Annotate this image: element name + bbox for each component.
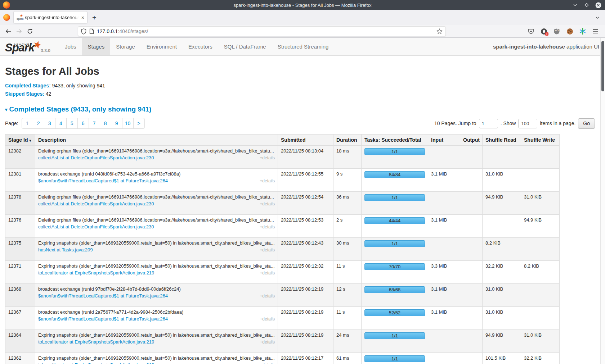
nav-tab-environment[interactable]: Environment	[141, 38, 183, 55]
scrollbar-thumb[interactable]	[601, 41, 604, 91]
page-next-button[interactable]: >	[133, 118, 145, 129]
reload-button[interactable]	[24, 26, 35, 36]
skipped-stages-link[interactable]: Skipped Stages:	[5, 91, 44, 97]
tab-close-icon[interactable]: ×	[81, 15, 84, 20]
details-toggle[interactable]: +details	[260, 155, 275, 160]
page-button-9[interactable]: 9	[111, 118, 122, 129]
page-button-1[interactable]: 1	[22, 118, 33, 129]
menu-icon[interactable]	[592, 28, 599, 35]
table-row: 12371 Expiring snapshots (older_than=166…	[5, 261, 560, 284]
url-bar[interactable]: 127.0.0.1:4040/stages/	[78, 26, 446, 36]
new-tab-button[interactable]: +	[92, 14, 97, 21]
application-suffix: application UI	[565, 44, 599, 50]
browser-tab[interactable]: spark★ spark-ingest-into-lakehous ×	[14, 12, 87, 23]
ublock-origin-icon[interactable]: uO	[553, 28, 560, 35]
details-toggle[interactable]: +details	[260, 294, 275, 299]
output-cell	[460, 330, 483, 353]
details-toggle[interactable]: +details	[260, 224, 275, 229]
stage-detail-link[interactable]: hasNext at Tasks.java:209	[38, 247, 93, 252]
spark-logo[interactable]: APACHE Spark ★ 3.3.0	[0, 38, 55, 55]
details-toggle[interactable]: +details	[260, 363, 275, 364]
nav-tab-stages[interactable]: Stages	[82, 38, 111, 55]
spark-favicon-icon: spark★	[17, 15, 22, 21]
page-button-3[interactable]: 3	[44, 118, 55, 129]
header-shuffle-read[interactable]: Shuffle Read	[483, 135, 521, 146]
nav-tab-storage[interactable]: Storage	[110, 38, 141, 55]
submitted-cell: 2022/11/25 08:12:17	[278, 353, 333, 364]
page-button-2[interactable]: 2	[33, 118, 44, 129]
back-button[interactable]	[3, 26, 14, 36]
stage-detail-link[interactable]: collectAsList at DeleteOrphanFilesSparkA…	[38, 155, 154, 160]
maximize-button[interactable]	[583, 2, 590, 8]
stage-detail-link[interactable]: collectAsList at DeleteOrphanFilesSparkA…	[38, 201, 154, 206]
go-button[interactable]: Go	[578, 118, 595, 129]
page-button-7[interactable]: 7	[89, 118, 100, 129]
header-duration[interactable]: Duration	[333, 135, 362, 146]
apache-label: APACHE	[14, 43, 30, 46]
nav-tab-sql-dataframe[interactable]: SQL / DataFrame	[218, 38, 272, 55]
header-description[interactable]: Description	[35, 135, 278, 146]
stage-description: broadcast exchange (runId 048fd06f-d753-…	[38, 171, 275, 177]
duration-cell: 36 ms	[333, 192, 362, 215]
header-input[interactable]: Input	[428, 135, 460, 146]
header-tasks[interactable]: Tasks: Succeeded/Total	[362, 135, 428, 146]
duration-cell: 11 s	[333, 307, 362, 330]
collapse-arrow-icon: ▾	[5, 107, 8, 112]
list-all-tabs-icon[interactable]	[595, 15, 600, 20]
minimize-button[interactable]	[572, 2, 578, 8]
details-toggle[interactable]: +details	[260, 317, 275, 322]
task-progress-bar: 1/1	[364, 194, 425, 201]
bookmark-star-icon[interactable]	[436, 28, 443, 35]
nav-tab-jobs[interactable]: Jobs	[59, 38, 82, 55]
stages-table: Stage Id▾ Description Submitted Duration…	[5, 134, 560, 364]
description-cell: Expiring snapshots (older_than=166932055…	[35, 353, 278, 364]
jump-to-page-input[interactable]	[479, 119, 498, 128]
close-button[interactable]	[595, 2, 601, 8]
privacy-badger-icon[interactable]: ×	[540, 28, 547, 35]
header-submitted[interactable]: Submitted	[278, 135, 333, 146]
page-scrollbar[interactable]	[600, 38, 605, 364]
details-toggle[interactable]: +details	[260, 270, 275, 276]
shuffle-read-cell	[483, 146, 521, 169]
tab-title: spark-ingest-into-lakehous	[25, 15, 79, 20]
details-toggle[interactable]: +details	[260, 178, 275, 183]
page-button-4[interactable]: 4	[55, 118, 67, 129]
shuffle-write-cell	[521, 238, 560, 261]
firefox-view-icon[interactable]	[3, 14, 10, 21]
page-button-8[interactable]: 8	[100, 118, 111, 129]
stage-detail-link[interactable]: $anonfun$withThreadLocalCaptured$1 at Fu…	[38, 293, 168, 299]
page-info-icon[interactable]	[89, 28, 94, 34]
description-cell: Expiring snapshots (older_than=166932055…	[35, 238, 278, 261]
shuffle-write-cell: 94.9 KiB	[521, 215, 560, 238]
nav-tab-executors[interactable]: Executors	[183, 38, 218, 55]
url-text[interactable]: 127.0.0.1:4040/stages/	[97, 28, 434, 34]
completed-stages-section-toggle[interactable]: ▾Completed Stages (9433, only showing 94…	[5, 105, 600, 113]
asterisk-extension-icon[interactable]	[579, 28, 586, 35]
page-content: Stages for All Jobs Completed Stages: 94…	[0, 65, 605, 364]
stage-detail-link[interactable]: toLocalIterator at ExpireSnapshotsSparkA…	[38, 270, 154, 276]
pocket-icon[interactable]	[527, 28, 534, 35]
stage-detail-link[interactable]: $anonfun$withThreadLocalCaptured$1 at Fu…	[38, 316, 168, 322]
header-shuffle-write[interactable]: Shuffle Write	[521, 135, 560, 146]
stage-detail-link[interactable]: collectAsList at DeleteOrphanFilesSparkA…	[38, 224, 154, 229]
details-toggle[interactable]: +details	[260, 247, 275, 252]
header-stage-id[interactable]: Stage Id▾	[5, 135, 35, 146]
task-progress-bar: 1/1	[364, 332, 425, 339]
cookie-icon[interactable]	[566, 28, 573, 35]
stage-detail-link[interactable]: toLocalIterator at ExpireSnapshotsSparkA…	[38, 362, 154, 364]
items-per-page-input[interactable]	[518, 119, 537, 128]
details-toggle[interactable]: +details	[260, 201, 275, 206]
output-cell	[460, 284, 483, 307]
page-button-6[interactable]: 6	[77, 118, 89, 129]
stage-detail-link[interactable]: $anonfun$withThreadLocalCaptured$1 at Fu…	[38, 178, 168, 183]
details-toggle[interactable]: +details	[260, 340, 275, 345]
pages-summary: 10 Pages. Jump to	[434, 120, 476, 126]
tracking-shield-icon[interactable]	[81, 28, 86, 35]
completed-stages-link[interactable]: Completed Stages:	[5, 83, 51, 88]
header-output[interactable]: Output	[460, 135, 483, 146]
page-button-5[interactable]: 5	[66, 118, 78, 129]
forward-button[interactable]	[14, 26, 24, 36]
page-button-10[interactable]: 10	[122, 118, 134, 129]
stage-detail-link[interactable]: toLocalIterator at ExpireSnapshotsSparkA…	[38, 339, 154, 345]
nav-tab-structured-streaming[interactable]: Structured Streaming	[272, 38, 335, 55]
